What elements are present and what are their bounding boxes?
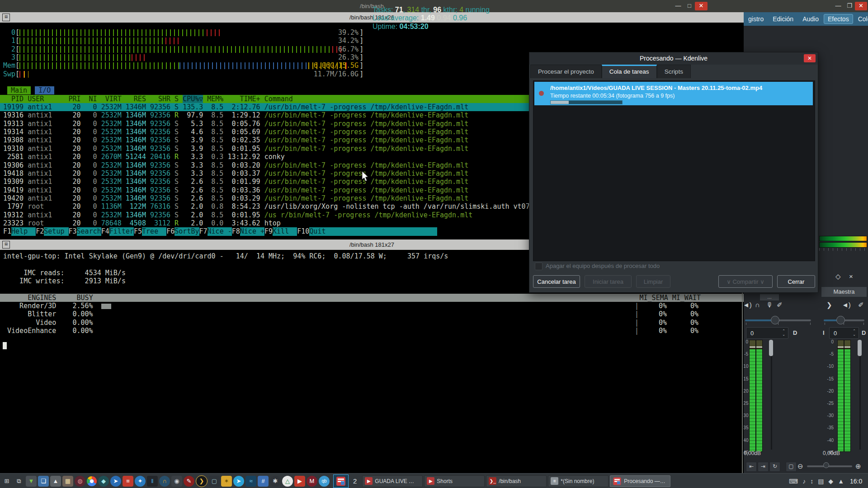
panel-close-icon[interactable]: ×: [849, 272, 853, 280]
launcher-qbittorrent[interactable]: qb: [319, 476, 330, 487]
launcher-pulse-monitor[interactable]: ≈: [245, 476, 256, 487]
fkey-label[interactable]: Filter: [109, 227, 134, 235]
cancelar-tarea-button[interactable]: Cancelar tarea: [533, 275, 580, 288]
tray-clipboard[interactable]: ▤: [818, 478, 824, 485]
terminal-pane1-tab[interactable]: ⊞ /bin/bash 181x26: [0, 12, 744, 23]
balance-spinbox-master[interactable]: 0 ⌃⌄: [829, 327, 859, 339]
launcher-hand-tool[interactable]: ✶: [221, 476, 232, 487]
menu-color[interactable]: Color: [854, 14, 868, 24]
volume-fader[interactable]: [769, 340, 773, 356]
mute-icon[interactable]: ◄): [743, 301, 752, 309]
launcher-screen-tool[interactable]: ▢: [209, 476, 220, 487]
active-app-launcher[interactable]: [333, 474, 349, 488]
fkey-label[interactable]: Help: [11, 227, 36, 235]
mute-icon[interactable]: ◄): [842, 301, 851, 309]
col-header-res[interactable]: RES: [126, 95, 146, 103]
launcher-terminal-app[interactable]: ❯: [196, 475, 208, 487]
launcher-m-app[interactable]: M: [307, 476, 317, 487]
launcher-file-manager[interactable]: ❏: [38, 476, 49, 487]
launcher-navigator[interactable]: ➤: [110, 476, 121, 487]
launcher-browser-dark[interactable]: ◍: [75, 476, 85, 487]
tab-procesar-el-proyecto[interactable]: Procesar el proyecto: [530, 65, 602, 78]
fkey-f8[interactable]: F8: [232, 227, 240, 235]
kdenlive-close-button[interactable]: ✕: [855, 2, 867, 10]
tab-scripts[interactable]: Scripts: [657, 65, 691, 78]
dialog-titlebar[interactable]: Procesando — Kdenlive ✕: [529, 52, 818, 65]
zoom-in-icon[interactable]: ⊕: [855, 462, 861, 470]
tray-network[interactable]: ◆: [828, 478, 833, 485]
terminal-minimize-button[interactable]: —: [673, 2, 684, 10]
launcher-settings[interactable]: ✱: [270, 476, 281, 487]
tray-notifications[interactable]: ▲: [838, 478, 844, 485]
col-header-cpu[interactable]: CPU%▽: [183, 95, 203, 103]
go-end-button[interactable]: ⇥: [758, 462, 769, 472]
fkey-label[interactable]: Tree: [142, 227, 166, 235]
collapse-chevron-icon[interactable]: ❯: [826, 301, 832, 309]
taskbar-window-guadalive[interactable]: ▶GUADA LIVE …: [362, 475, 423, 487]
col-header-cmd[interactable]: Command: [264, 95, 293, 103]
kdenlive-minimize-button[interactable]: —: [833, 2, 844, 10]
launcher-app-menu[interactable]: ⊞: [1, 476, 12, 487]
launcher-calculator[interactable]: #: [258, 476, 269, 487]
fkey-label[interactable]: Nice -: [208, 227, 232, 235]
limpiar-button[interactable]: Limpiar: [636, 275, 670, 288]
launcher-clipboard-manager[interactable]: ▼: [26, 476, 37, 487]
fkey-f1[interactable]: F1: [3, 227, 11, 235]
menu-efectos[interactable]: Efectos: [824, 14, 853, 24]
tray-volume[interactable]: ♪: [802, 478, 806, 485]
launcher-video-app[interactable]: ▶: [294, 476, 305, 487]
launcher-scribus[interactable]: ≡: [123, 476, 133, 487]
mic-icon[interactable]: 🎙: [766, 301, 773, 309]
fkey-f9[interactable]: F9: [264, 227, 273, 235]
launcher-eject-tool[interactable]: ▲: [50, 476, 61, 487]
go-start-button[interactable]: ⇤: [746, 462, 757, 472]
launcher-equalizer[interactable]: ‖: [147, 476, 158, 487]
fkey-label[interactable]: Quit: [309, 227, 334, 235]
close-button[interactable]: Cerrar: [777, 275, 815, 288]
shutdown-checkbox[interactable]: [535, 263, 542, 270]
timeline-zoom-slider[interactable]: [807, 465, 852, 467]
fkey-f5[interactable]: F5: [134, 227, 142, 235]
fkey-f4[interactable]: F4: [101, 227, 109, 235]
fkey-label[interactable]: SortBy: [175, 227, 199, 235]
fkey-label[interactable]: Kill: [273, 227, 297, 235]
col-header-s[interactable]: S: [175, 95, 179, 103]
launcher-krita[interactable]: ✎: [184, 476, 194, 487]
launcher-window-switcher[interactable]: ⧉: [14, 476, 24, 487]
col-header-pid[interactable]: PID: [3, 95, 24, 103]
mixer-track-label[interactable]: …: [760, 294, 779, 301]
taskbar-window-sinnombre[interactable]: ≡*(Sin nombre): [548, 475, 609, 487]
fkey-f10[interactable]: F10: [297, 227, 309, 235]
iniciar-tarea-button[interactable]: Iniciar tarea: [585, 275, 632, 288]
split-pane-icon[interactable]: ⊞: [2, 14, 10, 21]
share-button[interactable]: ∨ Compartir ∨: [718, 275, 773, 288]
zoom-out-icon[interactable]: ⊖: [797, 462, 803, 470]
terminal-maximize-button[interactable]: □: [684, 2, 695, 10]
render-task-item[interactable]: /home/antix1/Vídeos/GUADA LIVE SESSION -…: [534, 82, 813, 105]
tray-updates[interactable]: ↕: [810, 478, 813, 485]
spinner-arrows-icon[interactable]: ⌃⌄: [853, 329, 859, 337]
menu-audio[interactable]: Audio: [798, 14, 823, 24]
col-header-pri[interactable]: PRI: [68, 95, 80, 103]
fkey-f6[interactable]: F6: [166, 227, 175, 235]
fkey-label[interactable]: Nice +: [240, 227, 264, 235]
fkey-f7[interactable]: F7: [199, 227, 208, 235]
launcher-telegram[interactable]: ➤: [233, 476, 244, 487]
fkey-label[interactable]: Search: [77, 227, 101, 235]
col-header-shr[interactable]: SHR: [150, 95, 170, 103]
launcher-audacity[interactable]: ∩: [159, 476, 170, 487]
timeline-zoom-handle[interactable]: [823, 462, 829, 468]
spinner-arrows-icon[interactable]: ⌃⌄: [782, 329, 788, 337]
mixer-master-label[interactable]: Maestra: [821, 286, 867, 297]
dialog-close-button[interactable]: ✕: [804, 54, 816, 62]
split-pane-icon[interactable]: ⊞: [2, 241, 10, 249]
col-header-mem[interactable]: MEM%: [207, 95, 223, 103]
taskbar-window-procesando[interactable]: Procesando —…: [610, 475, 670, 487]
launcher-package-tool[interactable]: ▦: [62, 476, 73, 487]
headphones-icon[interactable]: ∩: [755, 301, 760, 309]
panel-float-icon[interactable]: ◇: [835, 272, 841, 281]
htop-function-bar[interactable]: F1Help F2Setup F3SearchF4FilterF5Tree F6…: [3, 227, 437, 235]
col-header-ni[interactable]: NI: [85, 95, 97, 103]
col-header-virt[interactable]: VIRT: [101, 95, 122, 103]
taskbar-window-binbash[interactable]: ❯_/bin/bash: [486, 475, 547, 487]
